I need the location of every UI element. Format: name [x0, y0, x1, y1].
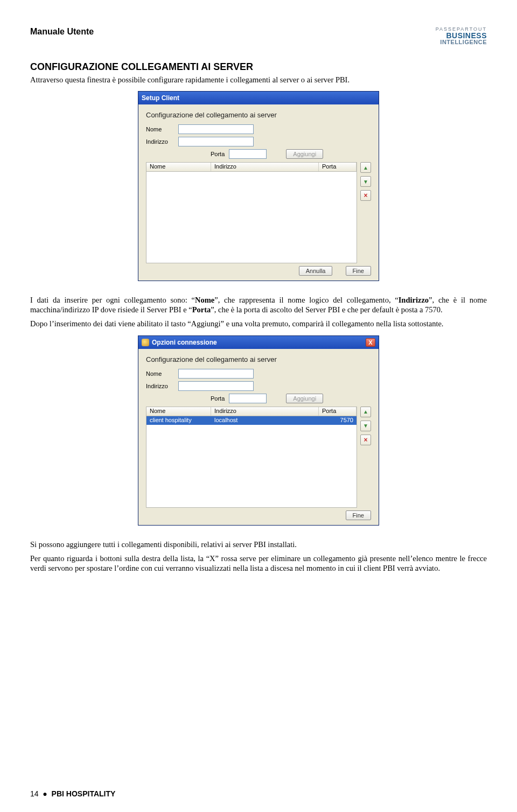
col-indirizzo: Indirizzo: [211, 163, 319, 171]
text: ”, che è la porta di ascolto del Server …: [211, 305, 442, 314]
x-icon: ×: [364, 192, 367, 199]
page-footer: 14 ● PBI HOSPITALITY: [30, 789, 115, 798]
label-nome: Nome: [146, 126, 178, 132]
delete-button[interactable]: ×: [360, 435, 371, 445]
dialog-titlebar: Opzioni connessione X: [138, 336, 379, 349]
dialog-title: Setup Client: [142, 94, 179, 102]
label-indirizzo: Indirizzo: [146, 138, 178, 145]
doc-title: Manuale Utente: [30, 27, 94, 37]
input-indirizzo[interactable]: [178, 137, 254, 146]
paragraph-3: Dopo l’inserimento dei dati viene abilit…: [30, 319, 487, 328]
cell-nome: client hospitality: [146, 416, 211, 425]
group-title: Configurazione del collegamento ai serve…: [146, 355, 371, 363]
fine-button[interactable]: Fine: [346, 266, 371, 276]
opzioni-connessione-dialog: Opzioni connessione X Configurazione del…: [138, 335, 379, 526]
list-header: Nome Indirizzo Porta: [146, 162, 357, 172]
group-title: Configurazione del collegamento ai serve…: [146, 111, 371, 119]
logo-line2: BUSINESS: [436, 32, 487, 39]
col-indirizzo: Indirizzo: [211, 407, 319, 416]
col-nome: Nome: [146, 407, 211, 416]
x-icon: ×: [364, 436, 367, 444]
move-up-button[interactable]: ▲: [360, 162, 371, 173]
product-name: PBI HOSPITALITY: [52, 789, 116, 798]
text: ”, che rappresenta il nome logico del co…: [214, 296, 398, 304]
term-porta: Porta: [192, 305, 211, 314]
input-porta[interactable]: [229, 149, 267, 159]
arrow-up-icon: ▲: [363, 165, 368, 171]
fine-button[interactable]: Fine: [346, 510, 371, 520]
connections-list[interactable]: [146, 172, 357, 263]
list-item[interactable]: client hospitality localhost 7570: [146, 416, 357, 425]
col-nome: Nome: [146, 163, 211, 171]
aggiungi-button[interactable]: Aggiungi: [286, 149, 323, 159]
close-button[interactable]: X: [366, 338, 375, 347]
move-down-button[interactable]: ▼: [360, 421, 371, 431]
arrow-down-icon: ▼: [363, 423, 368, 429]
input-nome[interactable]: [178, 124, 254, 134]
label-nome: Nome: [146, 370, 178, 377]
paragraph-5: Per quanto riguarda i bottoni sulla dest…: [30, 554, 487, 573]
cell-indirizzo: localhost: [211, 416, 322, 425]
aggiungi-button[interactable]: Aggiungi: [286, 394, 323, 403]
dialog-title: Opzioni connessione: [152, 339, 217, 346]
term-indirizzo: Indirizzo: [399, 296, 429, 304]
setup-client-dialog: Setup Client Configurazione del collegam…: [138, 91, 379, 281]
term-nome: Nome: [195, 296, 214, 304]
move-up-button[interactable]: ▲: [360, 407, 371, 417]
input-indirizzo[interactable]: [178, 381, 254, 391]
list-header: Nome Indirizzo Porta: [146, 407, 357, 416]
paragraph-4: Si possono aggiungere tutti i collegamen…: [30, 540, 487, 549]
brand-logo: PASSEPARTOUT BUSINESS INTELLIGENCE: [436, 27, 487, 45]
intro-paragraph: Attraverso questa finestra è possibile c…: [30, 75, 487, 85]
col-porta: Porta: [319, 407, 357, 416]
paragraph-2: I dati da inserire per ogni collegamento…: [30, 295, 487, 314]
label-porta: Porta: [211, 395, 225, 402]
input-porta[interactable]: [229, 394, 267, 403]
move-down-button[interactable]: ▼: [360, 176, 371, 187]
cell-porta: 7570: [322, 416, 357, 425]
section-heading: CONFIGURAZIONE COLLEGAMENTI AI SERVER: [30, 61, 487, 73]
delete-button[interactable]: ×: [360, 190, 371, 201]
dialog-titlebar: Setup Client: [138, 92, 379, 104]
settings-icon: [142, 339, 149, 346]
page-number: 14: [30, 789, 39, 798]
logo-line3: INTELLIGENCE: [436, 39, 487, 45]
arrow-up-icon: ▲: [363, 409, 368, 415]
close-icon: X: [368, 339, 372, 346]
input-nome[interactable]: [178, 369, 254, 379]
col-porta: Porta: [319, 163, 357, 171]
label-porta: Porta: [211, 151, 225, 157]
annulla-button[interactable]: Annulla: [299, 266, 333, 276]
label-indirizzo: Indirizzo: [146, 383, 178, 389]
arrow-down-icon: ▼: [363, 179, 368, 185]
text: I dati da inserire per ogni collegamento…: [30, 296, 195, 304]
connections-list[interactable]: client hospitality localhost 7570: [146, 416, 357, 508]
bullet-icon: ●: [43, 789, 47, 798]
